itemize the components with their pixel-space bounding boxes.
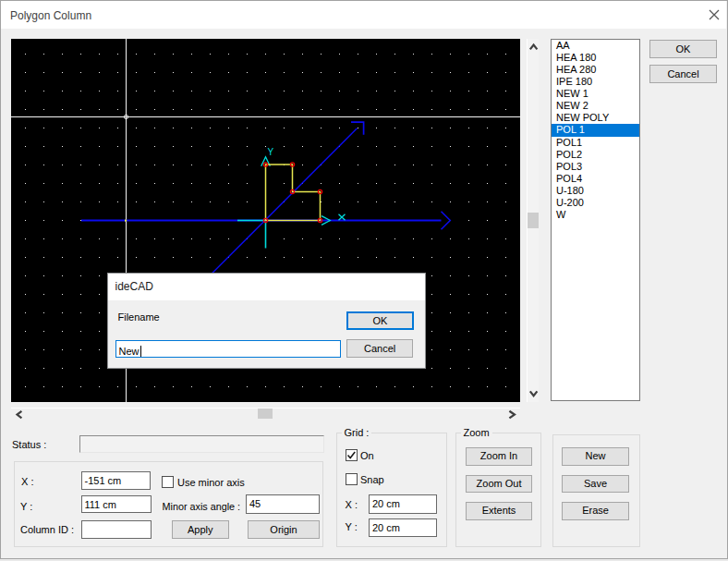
svg-text:Y: Y bbox=[268, 147, 274, 157]
